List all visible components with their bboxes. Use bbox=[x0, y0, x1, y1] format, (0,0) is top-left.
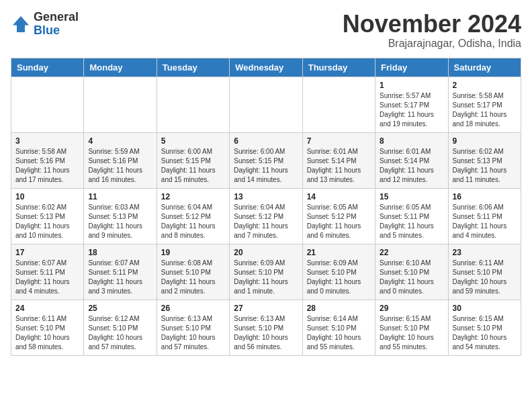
calendar-cell: 24Sunrise: 6:11 AM Sunset: 5:10 PM Dayli… bbox=[11, 300, 84, 355]
calendar-cell: 12Sunrise: 6:04 AM Sunset: 5:12 PM Dayli… bbox=[157, 188, 229, 244]
calendar-week-row: 24Sunrise: 6:11 AM Sunset: 5:10 PM Dayli… bbox=[11, 300, 521, 355]
calendar-cell: 18Sunrise: 6:07 AM Sunset: 5:11 PM Dayli… bbox=[84, 244, 157, 300]
day-info: Sunrise: 6:00 AM Sunset: 5:15 PM Dayligh… bbox=[161, 147, 225, 185]
weekday-header: Thursday bbox=[302, 58, 375, 77]
calendar-cell: 6Sunrise: 6:00 AM Sunset: 5:15 PM Daylig… bbox=[230, 132, 302, 188]
day-number: 16 bbox=[453, 192, 517, 201]
calendar-cell: 1Sunrise: 5:57 AM Sunset: 5:17 PM Daylig… bbox=[375, 77, 448, 132]
day-info: Sunrise: 6:12 AM Sunset: 5:10 PM Dayligh… bbox=[88, 314, 152, 352]
day-info: Sunrise: 6:02 AM Sunset: 5:13 PM Dayligh… bbox=[453, 147, 517, 185]
day-number: 10 bbox=[15, 192, 79, 201]
day-number: 7 bbox=[307, 136, 371, 146]
day-number: 15 bbox=[380, 192, 443, 201]
day-number: 8 bbox=[380, 136, 443, 146]
day-number: 14 bbox=[307, 192, 371, 201]
day-number: 18 bbox=[88, 248, 152, 257]
calendar-cell: 13Sunrise: 6:04 AM Sunset: 5:12 PM Dayli… bbox=[230, 188, 302, 244]
calendar-cell bbox=[302, 77, 375, 132]
calendar-cell: 8Sunrise: 6:01 AM Sunset: 5:14 PM Daylig… bbox=[375, 132, 448, 188]
day-info: Sunrise: 6:13 AM Sunset: 5:10 PM Dayligh… bbox=[161, 314, 225, 352]
day-number: 5 bbox=[161, 136, 225, 146]
day-info: Sunrise: 6:11 AM Sunset: 5:10 PM Dayligh… bbox=[15, 314, 79, 352]
day-info: Sunrise: 6:07 AM Sunset: 5:11 PM Dayligh… bbox=[15, 259, 79, 296]
day-number: 2 bbox=[453, 81, 517, 90]
day-info: Sunrise: 6:05 AM Sunset: 5:11 PM Dayligh… bbox=[380, 203, 443, 240]
day-number: 3 bbox=[15, 136, 79, 146]
weekday-header: Sunday bbox=[11, 58, 84, 77]
day-number: 26 bbox=[161, 304, 225, 313]
logo-icon bbox=[11, 14, 31, 34]
day-number: 30 bbox=[453, 304, 517, 313]
day-info: Sunrise: 6:04 AM Sunset: 5:12 PM Dayligh… bbox=[234, 203, 298, 240]
day-number: 24 bbox=[15, 304, 79, 313]
day-info: Sunrise: 5:57 AM Sunset: 5:17 PM Dayligh… bbox=[380, 91, 443, 129]
day-info: Sunrise: 6:10 AM Sunset: 5:10 PM Dayligh… bbox=[380, 259, 443, 296]
weekday-header: Tuesday bbox=[157, 58, 229, 77]
calendar-week-row: 1Sunrise: 5:57 AM Sunset: 5:17 PM Daylig… bbox=[11, 77, 521, 132]
calendar-cell: 11Sunrise: 6:03 AM Sunset: 5:13 PM Dayli… bbox=[84, 188, 157, 244]
logo-text: General Blue bbox=[34, 11, 79, 38]
day-number: 9 bbox=[453, 136, 517, 146]
day-info: Sunrise: 6:14 AM Sunset: 5:10 PM Dayligh… bbox=[307, 314, 371, 352]
calendar-cell: 28Sunrise: 6:14 AM Sunset: 5:10 PM Dayli… bbox=[302, 300, 375, 355]
calendar-cell: 16Sunrise: 6:06 AM Sunset: 5:11 PM Dayli… bbox=[448, 188, 521, 244]
calendar-cell: 10Sunrise: 6:02 AM Sunset: 5:13 PM Dayli… bbox=[11, 188, 84, 244]
day-info: Sunrise: 6:15 AM Sunset: 5:10 PM Dayligh… bbox=[453, 314, 517, 352]
day-number: 12 bbox=[161, 192, 225, 201]
calendar-cell: 15Sunrise: 6:05 AM Sunset: 5:11 PM Dayli… bbox=[375, 188, 448, 244]
weekday-header: Friday bbox=[375, 58, 448, 77]
calendar-cell: 25Sunrise: 6:12 AM Sunset: 5:10 PM Dayli… bbox=[84, 300, 157, 355]
day-number: 20 bbox=[234, 248, 298, 257]
calendar-cell: 21Sunrise: 6:09 AM Sunset: 5:10 PM Dayli… bbox=[302, 244, 375, 300]
calendar-header: SundayMondayTuesdayWednesdayThursdayFrid… bbox=[11, 58, 521, 77]
calendar-body: 1Sunrise: 5:57 AM Sunset: 5:17 PM Daylig… bbox=[11, 77, 521, 355]
day-info: Sunrise: 6:15 AM Sunset: 5:10 PM Dayligh… bbox=[380, 314, 443, 352]
calendar-cell: 30Sunrise: 6:15 AM Sunset: 5:10 PM Dayli… bbox=[448, 300, 521, 355]
logo: General Blue bbox=[11, 11, 79, 38]
day-info: Sunrise: 6:05 AM Sunset: 5:12 PM Dayligh… bbox=[307, 203, 371, 240]
day-info: Sunrise: 6:11 AM Sunset: 5:10 PM Dayligh… bbox=[453, 259, 517, 296]
calendar-cell bbox=[157, 77, 229, 132]
day-number: 25 bbox=[88, 304, 152, 313]
day-info: Sunrise: 6:08 AM Sunset: 5:10 PM Dayligh… bbox=[161, 259, 225, 296]
day-info: Sunrise: 6:04 AM Sunset: 5:12 PM Dayligh… bbox=[161, 203, 225, 240]
day-info: Sunrise: 6:13 AM Sunset: 5:10 PM Dayligh… bbox=[234, 314, 298, 352]
day-number: 19 bbox=[161, 248, 225, 257]
day-info: Sunrise: 6:02 AM Sunset: 5:13 PM Dayligh… bbox=[15, 203, 79, 240]
day-number: 13 bbox=[234, 192, 298, 201]
day-info: Sunrise: 6:09 AM Sunset: 5:10 PM Dayligh… bbox=[307, 259, 371, 296]
day-number: 28 bbox=[307, 304, 371, 313]
calendar-cell bbox=[230, 77, 302, 132]
calendar-cell: 22Sunrise: 6:10 AM Sunset: 5:10 PM Dayli… bbox=[375, 244, 448, 300]
svg-marker-0 bbox=[13, 16, 29, 32]
calendar-cell: 9Sunrise: 6:02 AM Sunset: 5:13 PM Daylig… bbox=[448, 132, 521, 188]
calendar-cell: 14Sunrise: 6:05 AM Sunset: 5:12 PM Dayli… bbox=[302, 188, 375, 244]
calendar-cell bbox=[84, 77, 157, 132]
weekday-row: SundayMondayTuesdayWednesdayThursdayFrid… bbox=[11, 58, 521, 77]
day-info: Sunrise: 6:09 AM Sunset: 5:10 PM Dayligh… bbox=[234, 259, 298, 296]
day-info: Sunrise: 6:01 AM Sunset: 5:14 PM Dayligh… bbox=[307, 147, 371, 185]
location-subtitle: Brajarajnagar, Odisha, India bbox=[343, 38, 521, 50]
day-number: 17 bbox=[15, 248, 79, 257]
calendar-table: SundayMondayTuesdayWednesdayThursdayFrid… bbox=[11, 58, 521, 356]
calendar-week-row: 17Sunrise: 6:07 AM Sunset: 5:11 PM Dayli… bbox=[11, 244, 521, 300]
day-number: 23 bbox=[453, 248, 517, 257]
calendar-cell: 4Sunrise: 5:59 AM Sunset: 5:16 PM Daylig… bbox=[84, 132, 157, 188]
day-number: 27 bbox=[234, 304, 298, 313]
calendar-cell bbox=[11, 77, 84, 132]
calendar-cell: 17Sunrise: 6:07 AM Sunset: 5:11 PM Dayli… bbox=[11, 244, 84, 300]
calendar-cell: 5Sunrise: 6:00 AM Sunset: 5:15 PM Daylig… bbox=[157, 132, 229, 188]
day-number: 11 bbox=[88, 192, 152, 201]
day-number: 22 bbox=[380, 248, 443, 257]
day-number: 4 bbox=[88, 136, 152, 146]
day-number: 1 bbox=[380, 81, 443, 90]
page-header: General Blue November 2024 Brajarajnagar… bbox=[11, 11, 521, 50]
calendar-week-row: 3Sunrise: 5:58 AM Sunset: 5:16 PM Daylig… bbox=[11, 132, 521, 188]
weekday-header: Saturday bbox=[448, 58, 521, 77]
day-info: Sunrise: 5:59 AM Sunset: 5:16 PM Dayligh… bbox=[88, 147, 152, 185]
day-info: Sunrise: 6:00 AM Sunset: 5:15 PM Dayligh… bbox=[234, 147, 298, 185]
calendar-week-row: 10Sunrise: 6:02 AM Sunset: 5:13 PM Dayli… bbox=[11, 188, 521, 244]
calendar-cell: 3Sunrise: 5:58 AM Sunset: 5:16 PM Daylig… bbox=[11, 132, 84, 188]
calendar-cell: 26Sunrise: 6:13 AM Sunset: 5:10 PM Dayli… bbox=[157, 300, 229, 355]
day-info: Sunrise: 6:03 AM Sunset: 5:13 PM Dayligh… bbox=[88, 203, 152, 240]
